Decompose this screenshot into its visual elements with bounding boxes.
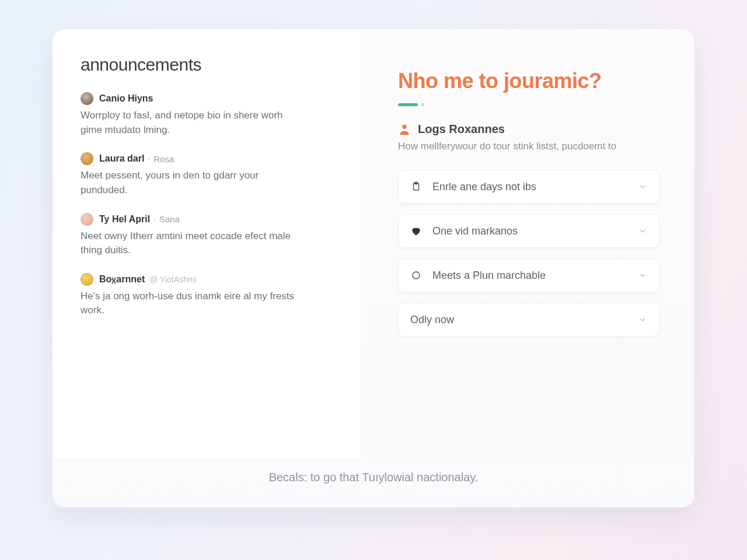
dropdown-meets[interactable]: Meets a Plun marchable: [398, 258, 659, 292]
post-header: Laura darl · Rosa: [81, 152, 337, 165]
avatar: [81, 273, 93, 286]
chevron-down-icon: [638, 226, 647, 236]
avatar: [81, 152, 93, 165]
subheader-row: Logs Roxannes: [398, 123, 659, 136]
dropdown-label: Enrle ane days not ibs: [432, 181, 638, 193]
avatar: [81, 213, 93, 226]
footer-text: Becals: to go that Tuıylowial nactionala…: [53, 458, 694, 508]
svg-point-0: [402, 125, 406, 129]
post-header: Ty Hel April · Sana: [81, 213, 337, 226]
circle-icon: [410, 270, 422, 281]
person-icon: [398, 123, 411, 136]
announcements-title: announcements: [81, 55, 337, 75]
clipboard-icon: [410, 181, 422, 192]
post-handle: @ YiotAshmi: [149, 275, 196, 284]
post-header: Boꭓarnnet @ YiotAshmi: [81, 273, 337, 286]
chevron-down-icon: [638, 315, 647, 324]
headline: Nho me to jouramic?: [398, 69, 659, 93]
dropdown-label: One vid markanos: [432, 225, 638, 237]
chevron-down-icon: [638, 182, 647, 191]
post-body: Meet pessent, yours in den to gdarr your…: [81, 169, 302, 197]
announcement-post: Boꭓarnnet @ YiotAshmi He's ja ong worh-u…: [81, 273, 337, 318]
main-card: announcements Canio Hiyns Worrploy to fa…: [53, 29, 694, 508]
accent-underline: [398, 103, 659, 106]
post-author: Canio Hiyns: [99, 93, 153, 104]
dropdown-one-vid[interactable]: One vid markanos: [398, 214, 659, 248]
svg-point-3: [413, 272, 420, 279]
separator-dot: ·: [153, 215, 156, 224]
post-author: Boꭓarnnet: [99, 274, 145, 285]
post-header: Canio Hiyns: [81, 92, 337, 105]
dropdown-odly[interactable]: Odly now: [398, 303, 659, 337]
dropdown-label: Meets a Plun marchable: [432, 270, 638, 282]
accent-bar: [398, 103, 418, 106]
post-author: Ty Hel April: [99, 214, 150, 225]
post-meta: Sana: [159, 214, 180, 224]
announcement-post: Canio Hiyns Worrploy to fasl, and netope…: [81, 92, 337, 137]
dropdown-label: Odly now: [410, 314, 638, 326]
sub-author: Logs Roxannes: [418, 123, 505, 136]
post-body: Neet owny Itherr amtini meet cocade efec…: [81, 229, 302, 258]
post-author: Laura darl: [99, 153, 144, 164]
accent-dot: [421, 103, 424, 106]
chevron-down-icon: [638, 271, 647, 280]
post-meta: Rosa: [153, 154, 174, 164]
announcements-panel: announcements Canio Hiyns Worrploy to fa…: [53, 29, 361, 458]
avatar: [81, 92, 93, 105]
post-body: Worrploy to fasl, and netope bio in sher…: [81, 108, 302, 137]
dropdown-enrle[interactable]: Enrle ane days not ibs: [398, 170, 659, 204]
separator-dot: ·: [148, 154, 150, 163]
detail-panel: Nho me to jouramic? Logs Roxannes How me…: [361, 29, 694, 458]
columns: announcements Canio Hiyns Worrploy to fa…: [53, 29, 694, 458]
post-body: He's ja ong worh-use dus inamk eire al m…: [81, 289, 302, 318]
sub-text: How mellferywour do tour stink listst, p…: [398, 141, 659, 152]
heart-icon: [410, 225, 422, 237]
announcement-post: Laura darl · Rosa Meet pessent, yours in…: [81, 152, 337, 197]
announcement-post: Ty Hel April · Sana Neet owny Itherr amt…: [81, 213, 337, 258]
